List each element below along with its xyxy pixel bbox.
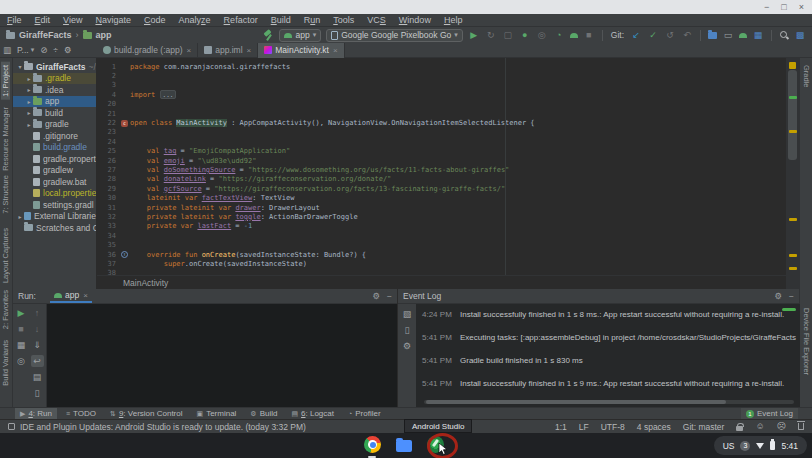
code-line[interactable]: 27 val doSomethingSource = "https://www.… — [97, 165, 786, 174]
code-line[interactable]: 31 private lateinit var drawer: DrawerLa… — [97, 203, 786, 212]
code-line[interactable]: 29 val gcfSource = "https://giraffeconse… — [97, 184, 786, 193]
status-1-1[interactable]: 1:1 — [555, 422, 567, 432]
menu-item-build[interactable]: Build — [271, 15, 291, 25]
tree-item-giraffefacts[interactable]: ▾GiraffeFacts~/S — [13, 61, 96, 73]
strip-device-file-explorer[interactable]: Device File Explorer — [802, 305, 811, 378]
gear-icon[interactable]: ⚙ — [774, 291, 782, 301]
menu-item-analyze[interactable]: Analyze — [179, 15, 211, 25]
code-line[interactable]: 33 private var lastFact = -1 — [97, 222, 786, 231]
happy-feedback-icon[interactable]: ☺ — [755, 422, 764, 431]
settings-filter-icon[interactable]: ▩ — [794, 29, 806, 41]
avd-manager-icon[interactable] — [739, 33, 747, 38]
close-icon[interactable]: × — [187, 46, 192, 55]
code-line[interactable]: 1package com.naranjaconsal.giraffefacts — [97, 62, 786, 71]
tree-item-gradle[interactable]: ▸gradle — [13, 119, 96, 131]
notifications-icon[interactable] — [798, 423, 804, 430]
toolwindow-tab-6-logcat[interactable]: ▤6: Logcat — [286, 408, 339, 420]
sdk-manager-icon[interactable]: ▦ — [752, 29, 764, 41]
project-folder-blue-icon[interactable] — [708, 32, 717, 39]
stop-icon[interactable]: ■ — [15, 323, 28, 335]
tab-mainactivity-kt[interactable]: MainActivity.kt× — [258, 43, 344, 58]
event-log-entry[interactable]: 5:41 PMExecuting tasks: [:app:assembleDe… — [422, 333, 796, 342]
scroll-to-end-icon[interactable]: ⇓ — [31, 339, 44, 351]
event-log-entry[interactable]: 5:41 PMInstall successfully finished in … — [422, 379, 796, 388]
class-gutter-icon[interactable]: c — [121, 120, 128, 127]
window-minimize-button[interactable]: − — [764, 2, 769, 12]
chevron-collapsed-icon[interactable]: ▸ — [25, 86, 33, 93]
run-config-selector[interactable]: app ▾ — [279, 29, 321, 42]
toolwindow-tab-9-version-control[interactable]: ⇅9: Version Control — [105, 408, 187, 420]
warning-mark[interactable] — [789, 254, 797, 257]
editor-marker-strip[interactable] — [786, 58, 799, 289]
attach-debugger-icon[interactable]: ▢ — [502, 29, 514, 41]
menu-item-help[interactable]: Help — [444, 15, 463, 25]
code-line[interactable]: 3 — [97, 81, 786, 90]
strip-7-structure[interactable]: 7: Structure — [1, 172, 10, 217]
edit-event-icon[interactable]: ▧ — [403, 309, 412, 319]
run-tab-app[interactable]: app × — [50, 289, 92, 303]
profile-icon[interactable]: ◔ — [553, 29, 565, 41]
override-gutter-icon[interactable]: ↑ — [121, 251, 128, 258]
code-line[interactable]: 4import ... — [97, 90, 786, 99]
scrollbar-thumb[interactable] — [426, 400, 726, 404]
project-view-selector[interactable]: P... ▾ — [17, 45, 34, 55]
strip-1-project[interactable]: 1: Project — [1, 62, 10, 100]
menu-item-tools[interactable]: Tools — [333, 15, 354, 25]
menu-item-navigate[interactable]: Navigate — [95, 15, 131, 25]
breadcrumb-item-giraffefacts[interactable]: GiraffeFacts — [19, 30, 72, 40]
toolwindow-tab-build[interactable]: ⚙Build — [245, 408, 282, 420]
chevron-collapsed-icon[interactable]: ▸ — [25, 109, 33, 116]
down-stack-trace-icon[interactable]: ↓ — [31, 323, 44, 335]
close-icon[interactable]: × — [83, 291, 88, 300]
scrollbar-thumb[interactable] — [788, 70, 797, 160]
apply-android-icon[interactable] — [570, 33, 578, 38]
pin-tab-icon[interactable]: ◎ — [15, 355, 28, 367]
code-line[interactable]: 26 val emoji = "\ud83e\udd92" — [97, 156, 786, 165]
code-line[interactable]: 2 — [97, 71, 786, 80]
tree-item-build[interactable]: ▸build — [13, 107, 96, 119]
event-log-badge[interactable]: 1Event Log — [741, 408, 798, 420]
debug-icon[interactable]: ● — [519, 29, 531, 41]
code-line[interactable]: 22copen class MainActivity : AppCompatAc… — [97, 118, 786, 127]
status-lf[interactable]: LF — [579, 422, 589, 432]
close-icon[interactable]: × — [247, 46, 252, 55]
notification-square-icon[interactable] — [8, 423, 15, 430]
code-editor[interactable]: 1package com.naranjaconsal.giraffefacts2… — [97, 58, 786, 275]
system-tray[interactable]: US 3 5:41 — [714, 436, 807, 455]
code-line[interactable]: 35 — [97, 240, 786, 249]
event-log-entry[interactable]: 4:24 PMInstall successfully finished in … — [422, 310, 796, 319]
warning-mark[interactable] — [789, 218, 797, 221]
rerun-icon[interactable]: ▶ — [15, 307, 28, 319]
divider-icon[interactable]: ÷ — [53, 45, 58, 55]
tab-build-gradle-app[interactable]: build.gradle (:app)× — [97, 43, 198, 58]
clear-events-icon[interactable]: ▯ — [405, 325, 410, 335]
code-line[interactable]: 32 private lateinit var toggle: ActionBa… — [97, 212, 786, 221]
strip-resource-manager[interactable]: Resource Manager — [1, 104, 10, 174]
tree-item-scratches-and-co[interactable]: Scratches and Co — [13, 222, 96, 234]
menu-item-code[interactable]: Code — [144, 15, 166, 25]
search-everywhere-icon[interactable] — [779, 30, 789, 40]
close-icon[interactable]: × — [333, 46, 338, 55]
event-log-entry[interactable]: 5:41 PMGradle build finished in 1 s 830 … — [422, 356, 796, 365]
code-line[interactable]: 25 val tag = "EmojiCompatApplication" — [97, 147, 786, 156]
horizontal-scrollbar[interactable] — [424, 400, 794, 404]
chrome-icon[interactable] — [364, 436, 381, 453]
git-revert-icon[interactable]: ↶ — [681, 29, 693, 41]
gear-icon[interactable]: ⚙ — [64, 45, 72, 55]
toolwindow-tab-todo[interactable]: ≡TODO — [61, 408, 101, 420]
breadcrumb-item-app[interactable]: app — [96, 30, 112, 40]
toolwindow-tab-profiler[interactable]: ◔Profiler — [343, 408, 386, 420]
print-icon[interactable]: ▤ — [31, 371, 44, 383]
menu-item-run[interactable]: Run — [304, 15, 321, 25]
tree-item-gradlew[interactable]: gradlew — [13, 165, 96, 177]
menu-item-file[interactable]: File — [7, 15, 22, 25]
tree-item-gradlew-bat[interactable]: gradlew.bat — [13, 176, 96, 188]
minimize-icon[interactable]: − — [387, 291, 392, 301]
code-line[interactable]: 30 lateinit var factTextView: TextView — [97, 193, 786, 202]
tree-item-local-propertie[interactable]: local.propertie — [13, 188, 96, 200]
tree-item-gradle[interactable]: ▸.gradle — [13, 73, 96, 85]
toolwindow-tab-terminal[interactable]: ▣Terminal — [192, 408, 242, 420]
up-stack-trace-icon[interactable]: ↑ — [31, 307, 44, 319]
code-line[interactable]: 37 super.onCreate(savedInstanceState) — [97, 259, 786, 268]
run-console-output[interactable] — [47, 304, 397, 407]
